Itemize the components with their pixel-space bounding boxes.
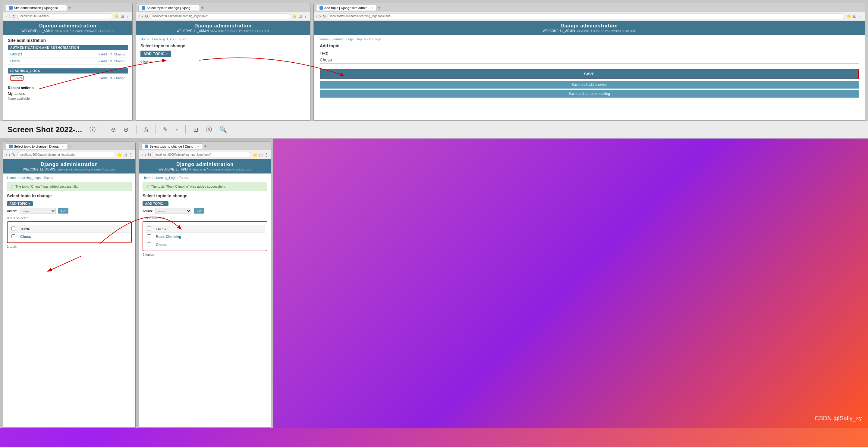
breadcrumb-bottom-right: Home › Learning_Logs › Topics bbox=[143, 176, 267, 180]
topics-count-2: 0 topics bbox=[141, 60, 306, 63]
site-admin-title: Site administration bbox=[8, 38, 128, 43]
url-bar-1[interactable]: localhost:8000/admin/ bbox=[20, 14, 49, 18]
save-button[interactable]: SAVE bbox=[320, 69, 859, 79]
breadcrumb-2: Home › Learning_Logs › Topics bbox=[141, 37, 306, 41]
topic-col-header-right: TOPIC bbox=[153, 225, 265, 233]
add-topic-btn-2[interactable]: ADD TOPIC + bbox=[141, 51, 171, 57]
tab3-title[interactable]: Add topic | Django site admin... bbox=[324, 6, 370, 10]
success-message-left: ✓ The topic "Chess" was added successful… bbox=[7, 182, 132, 191]
search-icon[interactable]: 🔍 bbox=[219, 126, 227, 133]
select-topic-title-bottom-right: Select topic to change bbox=[143, 193, 267, 198]
preview-toolbar: Screen Shot 2022-... ⓘ ⊖ ⊕ ⎙ ✎ ▾ ⊡ Ⓐ 🔍 bbox=[0, 121, 868, 138]
url-bar-3[interactable]: localhost:8000/admin/learning_logs/topic… bbox=[330, 14, 392, 18]
django-header-bottom-left: Django administration WELCOME, LL_ADMIN.… bbox=[3, 159, 135, 173]
django-title-1: Django administration bbox=[8, 23, 128, 29]
url-bar-bottom-right[interactable]: localhost:8000/admin/learning_logs/topic… bbox=[156, 153, 211, 156]
django-title-bottom-left: Django administration bbox=[8, 162, 131, 167]
share-icon[interactable]: ⎙ bbox=[144, 126, 148, 133]
action-bar-left: Action: ------ Go bbox=[7, 208, 132, 214]
url-bar-2[interactable]: localhost:8000/admin/learning_logs/topic… bbox=[153, 14, 208, 18]
table-row: Chess bbox=[9, 233, 130, 241]
topics-box-left: TOPIC Chess bbox=[7, 221, 132, 243]
welcome-1: WELCOME, LL_ADMIN. VIEW SITE / CHANGE PA… bbox=[8, 29, 128, 33]
users-link[interactable]: Users bbox=[10, 59, 20, 63]
url-bar-bottom-left[interactable]: localhost:8000/admin/learning_logs/topic… bbox=[20, 153, 75, 156]
add-topic-page-title: Add topic bbox=[320, 43, 859, 48]
my-actions-label: My actions bbox=[8, 92, 128, 96]
zoom-in-icon[interactable]: ⊕ bbox=[124, 126, 129, 133]
django-header-3: Django administration WELCOME, LL_ADMIN.… bbox=[314, 21, 865, 35]
django-title-3: Django administration bbox=[318, 23, 860, 29]
add-topic-btn-bottom-right[interactable]: ADD TOPIC + bbox=[143, 201, 168, 206]
go-btn-right[interactable]: Go bbox=[194, 208, 204, 214]
topic-link[interactable]: Chess bbox=[156, 243, 167, 247]
topic-link[interactable]: Chess bbox=[20, 235, 31, 239]
selected-count-right: 0 of 2 selected bbox=[143, 216, 267, 220]
topic-link[interactable]: Rock Climbing bbox=[156, 235, 181, 239]
groups-link[interactable]: Groups bbox=[10, 52, 22, 56]
learning-logs-header: LEARNING_LOGS bbox=[8, 68, 128, 73]
select-topic-title: Select topic to change bbox=[141, 43, 306, 48]
go-btn-left[interactable]: Go bbox=[58, 208, 69, 214]
topics-box-right: TOPIC Rock ClimbingChess bbox=[143, 221, 267, 251]
auth-section-header: AUTHENTICATION AND AUTHORIZATION bbox=[8, 45, 128, 50]
topic-text-input[interactable] bbox=[320, 56, 859, 64]
django-title-bottom-right: Django administration bbox=[144, 162, 267, 167]
tab-bottom-left-title[interactable]: Select topic to change | Djang... bbox=[14, 145, 61, 148]
action-select-right[interactable]: ------ bbox=[155, 208, 191, 214]
select-all-left[interactable] bbox=[11, 226, 16, 230]
recent-actions-title: Recent actions bbox=[8, 86, 128, 90]
table-row: Chess bbox=[145, 241, 265, 249]
add-topic-btn-bottom-left[interactable]: ADD TOPIC + bbox=[7, 201, 33, 206]
django-header-1: Django administration WELCOME, LL_ADMIN.… bbox=[3, 21, 132, 35]
topics-count-bottom-left: 1 topic bbox=[7, 245, 132, 248]
topic-checkbox[interactable] bbox=[147, 234, 151, 238]
zoom-out-icon[interactable]: ⊖ bbox=[111, 126, 116, 133]
table-row: Rock Climbing bbox=[145, 233, 265, 241]
breadcrumb-bottom-left: Home › Learning_Logs › Topics bbox=[7, 176, 132, 180]
text-label: Text: bbox=[320, 51, 859, 56]
tab1-title[interactable]: Site administration | Django si... bbox=[14, 6, 60, 10]
topic-col-header-left: TOPIC bbox=[18, 225, 130, 233]
info-icon[interactable]: ⓘ bbox=[90, 126, 96, 134]
success-message-right: ✓ The topic "Rock Climbing" was added su… bbox=[143, 182, 267, 191]
django-header-2: Django administration WELCOME, LL_ADMIN.… bbox=[136, 21, 310, 35]
topics-count-bottom-right: 2 topics bbox=[143, 253, 267, 256]
django-header-bottom-right: Django administration WELCOME, LL_ADMIN.… bbox=[139, 159, 271, 173]
action-bar-right: Action: ------ Go bbox=[143, 208, 267, 214]
action-label-right: Action: bbox=[143, 209, 153, 213]
topics-link[interactable]: Topics bbox=[10, 75, 24, 81]
save-continue-button[interactable]: Save and continue editing bbox=[320, 90, 859, 98]
select-all-right[interactable] bbox=[147, 226, 151, 230]
watermark-text: CSDN @Sally_xy bbox=[815, 415, 862, 422]
markup-icon[interactable]: ✎ bbox=[163, 126, 168, 133]
annotation-icon[interactable]: Ⓐ bbox=[206, 126, 212, 134]
action-select-left[interactable]: ------ bbox=[20, 208, 56, 214]
topic-checkbox[interactable] bbox=[11, 234, 16, 238]
tab-bottom-right-title[interactable]: Select topic to change | Djang... bbox=[150, 145, 196, 148]
breadcrumb-3: Home › Learning_Logs › Topics › Add topi… bbox=[320, 37, 859, 41]
preview-title: Screen Shot 2022-... bbox=[7, 125, 82, 134]
save-add-button[interactable]: Save and add another bbox=[320, 81, 859, 89]
none-available-text: None available bbox=[8, 97, 128, 100]
selected-count-left: 0 of 1 selected bbox=[7, 216, 132, 220]
select-topic-title-bottom-left: Select topic to change bbox=[7, 193, 132, 198]
tab2-title[interactable]: Select topic to change | Djang... bbox=[147, 6, 193, 10]
topic-checkbox[interactable] bbox=[147, 243, 151, 246]
window-icon[interactable]: ⊡ bbox=[193, 126, 198, 133]
action-label-left: Action: bbox=[7, 209, 17, 213]
django-title-2: Django administration bbox=[141, 23, 306, 29]
